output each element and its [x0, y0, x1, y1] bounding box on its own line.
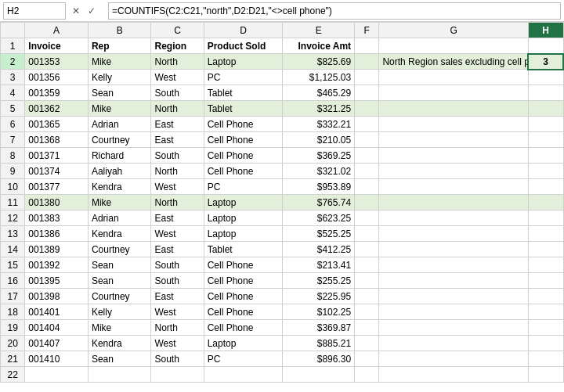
col-header-a[interactable]: A: [25, 23, 89, 38]
data-cell[interactable]: Sean: [88, 351, 151, 367]
data-cell[interactable]: Kendra: [88, 336, 151, 351]
data-cell[interactable]: Kendra: [88, 179, 151, 195]
data-cell[interactable]: [528, 85, 563, 101]
data-cell[interactable]: [355, 289, 379, 304]
row-num-cell[interactable]: 11: [1, 195, 25, 210]
data-cell[interactable]: [379, 304, 528, 320]
data-cell[interactable]: [528, 351, 563, 367]
data-cell[interactable]: Courtney: [88, 132, 151, 148]
data-cell[interactable]: 001407: [25, 336, 89, 351]
col-header-g[interactable]: G: [379, 23, 528, 38]
data-cell[interactable]: $369.25: [283, 148, 355, 164]
data-cell[interactable]: South: [151, 351, 204, 367]
data-cell[interactable]: $896.30: [283, 351, 355, 367]
data-cell[interactable]: Laptop: [204, 210, 283, 226]
data-cell[interactable]: Laptop: [204, 195, 283, 210]
data-cell[interactable]: [355, 257, 379, 273]
data-cell[interactable]: [379, 242, 528, 257]
row-num-cell[interactable]: 9: [1, 164, 25, 179]
data-cell[interactable]: Cell Phone: [204, 273, 283, 289]
row-num-cell[interactable]: 10: [1, 179, 25, 195]
data-cell[interactable]: Kelly: [88, 304, 151, 320]
data-cell[interactable]: Laptop: [204, 336, 283, 351]
data-cell[interactable]: PC: [204, 70, 283, 85]
data-cell[interactable]: [528, 289, 563, 304]
data-cell[interactable]: North Region sales excluding cell phones…: [379, 54, 528, 70]
row-num-cell[interactable]: 15: [1, 257, 25, 273]
data-cell[interactable]: North: [151, 164, 204, 179]
data-cell[interactable]: [355, 242, 379, 257]
row-num-cell[interactable]: 2: [1, 54, 25, 70]
data-cell[interactable]: Adrian: [88, 117, 151, 132]
data-cell[interactable]: [528, 336, 563, 351]
data-cell[interactable]: [379, 336, 528, 351]
row-num-cell[interactable]: 1: [1, 38, 25, 54]
data-cell[interactable]: $953.89: [283, 179, 355, 195]
data-cell[interactable]: [355, 101, 379, 117]
data-cell[interactable]: [379, 351, 528, 367]
row-num-cell[interactable]: 19: [1, 320, 25, 336]
data-cell[interactable]: [355, 210, 379, 226]
data-cell[interactable]: West: [151, 70, 204, 85]
data-cell[interactable]: [379, 132, 528, 148]
data-cell[interactable]: $213.41: [283, 257, 355, 273]
row-num-cell[interactable]: 16: [1, 273, 25, 289]
data-cell[interactable]: Laptop: [204, 226, 283, 242]
data-cell[interactable]: Cell Phone: [204, 320, 283, 336]
data-cell[interactable]: [355, 85, 379, 101]
data-cell[interactable]: $465.29: [283, 85, 355, 101]
confirm-icon[interactable]: ✓: [85, 4, 99, 18]
data-cell[interactable]: $525.25: [283, 226, 355, 242]
data-cell[interactable]: 001365: [25, 117, 89, 132]
data-cell[interactable]: Tablet: [204, 101, 283, 117]
data-cell[interactable]: [355, 117, 379, 132]
data-cell[interactable]: [355, 304, 379, 320]
data-cell[interactable]: Cell Phone: [204, 304, 283, 320]
data-cell[interactable]: Cell Phone: [204, 148, 283, 164]
data-cell[interactable]: [528, 242, 563, 257]
data-cell[interactable]: 001398: [25, 289, 89, 304]
data-cell[interactable]: 001356: [25, 70, 89, 85]
data-cell[interactable]: Cell Phone: [204, 132, 283, 148]
data-cell[interactable]: [379, 289, 528, 304]
data-cell[interactable]: East: [151, 289, 204, 304]
data-cell[interactable]: $210.05: [283, 132, 355, 148]
data-cell[interactable]: [528, 70, 563, 85]
data-cell[interactable]: [25, 367, 89, 383]
data-cell[interactable]: PC: [204, 179, 283, 195]
data-cell[interactable]: Cell Phone: [204, 257, 283, 273]
data-cell[interactable]: 001380: [25, 195, 89, 210]
data-cell[interactable]: [379, 179, 528, 195]
data-cell[interactable]: [379, 226, 528, 242]
name-box[interactable]: H2: [3, 2, 66, 20]
data-cell[interactable]: [379, 164, 528, 179]
data-cell[interactable]: Tablet: [204, 242, 283, 257]
data-cell[interactable]: [355, 195, 379, 210]
row-num-cell[interactable]: 20: [1, 336, 25, 351]
data-cell[interactable]: $885.21: [283, 336, 355, 351]
data-cell[interactable]: [528, 257, 563, 273]
data-cell[interactable]: [528, 195, 563, 210]
data-cell[interactable]: West: [151, 179, 204, 195]
data-cell[interactable]: East: [151, 242, 204, 257]
data-cell[interactable]: Invoice: [25, 38, 89, 54]
data-cell[interactable]: North: [151, 320, 204, 336]
col-header-c[interactable]: C: [151, 23, 204, 38]
data-cell[interactable]: Adrian: [88, 210, 151, 226]
data-cell[interactable]: Tablet: [204, 85, 283, 101]
row-num-cell[interactable]: 14: [1, 242, 25, 257]
data-cell[interactable]: [528, 164, 563, 179]
col-header-h[interactable]: H: [528, 23, 563, 38]
data-cell[interactable]: [528, 132, 563, 148]
cancel-icon[interactable]: ✕: [69, 4, 83, 18]
data-cell[interactable]: 001410: [25, 351, 89, 367]
row-num-cell[interactable]: 13: [1, 226, 25, 242]
data-cell[interactable]: Courtney: [88, 289, 151, 304]
data-cell[interactable]: Kendra: [88, 226, 151, 242]
data-cell[interactable]: 3: [528, 54, 563, 70]
data-cell[interactable]: Richard: [88, 148, 151, 164]
data-cell[interactable]: [528, 117, 563, 132]
data-cell[interactable]: 001374: [25, 164, 89, 179]
data-cell[interactable]: 001383: [25, 210, 89, 226]
data-cell[interactable]: [88, 367, 151, 383]
